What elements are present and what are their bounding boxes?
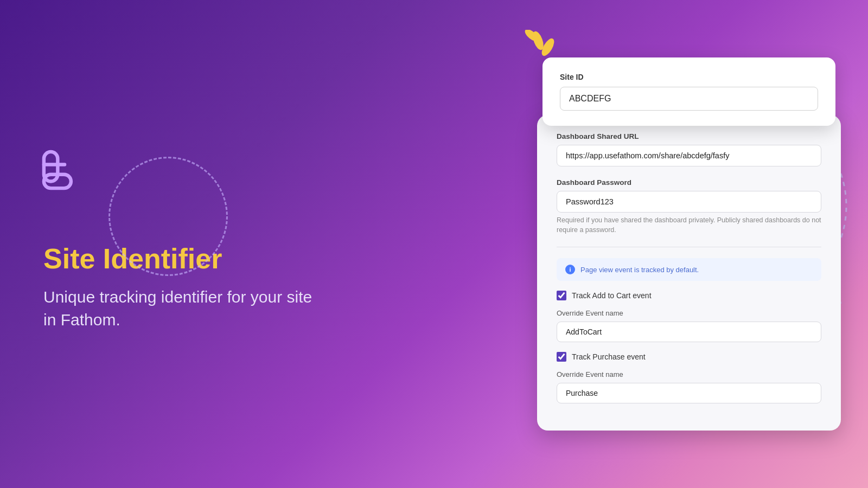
add-to-cart-label: Track Add to Cart event [572, 291, 652, 300]
add-to-cart-checkbox-row[interactable]: Track Add to Cart event [557, 291, 821, 300]
purchase-override-input[interactable] [557, 383, 821, 403]
page-background: Site Identifier Unique tracking identifi… [0, 0, 868, 488]
dashboard-password-label: Dashboard Password [557, 178, 821, 187]
yellow-burst-decoration [515, 30, 559, 75]
cards-wrapper: Site ID Dashboard Shared URL Dashboard P… [537, 57, 841, 431]
purchase-override-section: Override Event name [557, 370, 821, 403]
right-panel: Site ID Dashboard Shared URL Dashboard P… [532, 0, 868, 488]
dashboard-url-group: Dashboard Shared URL [557, 132, 821, 166]
site-id-input[interactable] [560, 87, 818, 111]
dashboard-password-group: Dashboard Password Required if you have … [557, 178, 821, 235]
dashboard-password-input[interactable] [557, 191, 821, 213]
info-banner-text: Page view event is tracked by default. [580, 266, 699, 274]
site-id-card: Site ID [542, 57, 835, 126]
dashboard-url-label: Dashboard Shared URL [557, 132, 821, 140]
info-icon: i [565, 265, 575, 274]
purchase-checkbox-row[interactable]: Track Purchase event [557, 352, 821, 362]
purchase-override-label: Override Event name [557, 370, 821, 378]
info-banner: i Page view event is tracked by default. [557, 258, 821, 281]
left-text-content: Site Identifier Unique tracking identifi… [43, 243, 488, 331]
add-to-cart-checkbox[interactable] [557, 291, 566, 300]
purchase-label: Track Purchase event [572, 352, 646, 361]
settings-card: Dashboard Shared URL Dashboard Password … [537, 115, 841, 431]
purchase-checkbox[interactable] [557, 352, 566, 362]
dashed-circle-decoration [108, 157, 228, 276]
add-to-cart-override-label: Override Event name [557, 309, 821, 317]
dashboard-url-input[interactable] [557, 145, 821, 166]
site-id-label: Site ID [560, 73, 818, 81]
add-to-cart-override-section: Override Event name [557, 309, 821, 342]
site-identifier-title: Site Identifier [43, 243, 488, 274]
dashboard-password-hint: Required if you have shared the dashboar… [557, 216, 821, 235]
site-identifier-description: Unique tracking identifier for your site… [43, 286, 315, 331]
add-to-cart-override-input[interactable] [557, 322, 821, 342]
logo [33, 146, 87, 202]
left-panel: Site Identifier Unique tracking identifi… [0, 124, 532, 363]
divider [557, 247, 821, 247]
